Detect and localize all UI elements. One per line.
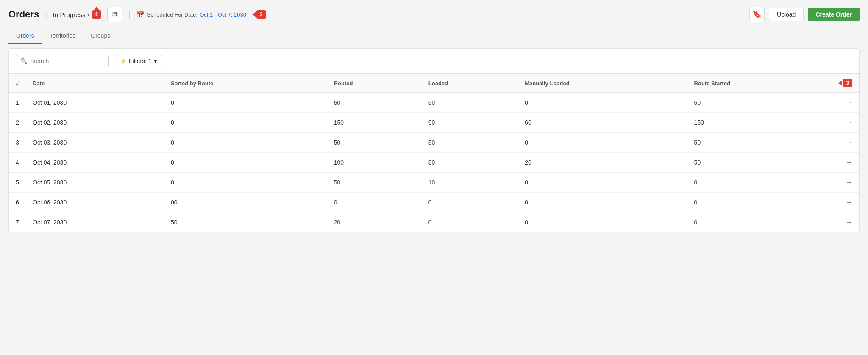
create-order-button[interactable]: Create Order xyxy=(808,8,860,21)
col-header-hash: # xyxy=(9,74,26,93)
cell-routed: 20 xyxy=(327,212,422,232)
row-navigate-button[interactable]: → xyxy=(832,153,859,173)
cell-num: 7 xyxy=(9,212,26,232)
annotation-badge-1: 1 xyxy=(92,10,102,19)
cell-sorted-by-route: 0 xyxy=(164,173,327,193)
header-divider-2: | xyxy=(128,10,131,19)
cell-manually-loaded: 0 xyxy=(518,133,687,153)
table-row: 4 Oct 04, 2030 0 100 80 20 50 → xyxy=(9,153,859,173)
cell-date: Oct 04, 2030 xyxy=(26,153,164,173)
status-section: In Progress ▾ 1 xyxy=(53,10,101,19)
annotation-2-arrow-icon xyxy=(252,12,256,17)
annotation-3-container: 3 xyxy=(838,79,852,87)
bookmark-icon: 🔖 xyxy=(752,10,762,19)
annotation-2-container: 2 xyxy=(252,10,266,19)
cell-num: 3 xyxy=(9,133,26,153)
header-left: Orders | In Progress ▾ 1 ⧉ | xyxy=(8,7,266,22)
cell-manually-loaded: 0 xyxy=(518,173,687,193)
row-navigate-button[interactable]: → xyxy=(832,173,859,193)
toolbar: 🔍 ⚡ Filters: 1 ▾ xyxy=(9,49,859,74)
annotation-badge-2: 2 xyxy=(256,10,266,19)
table-row: 6 Oct 06, 2030 00 0 0 0 0 → xyxy=(9,193,859,212)
cell-sorted-by-route: 50 xyxy=(164,212,327,232)
search-input[interactable] xyxy=(30,58,104,64)
row-navigate-button[interactable]: → xyxy=(832,133,859,153)
cell-manually-loaded: 0 xyxy=(518,212,687,232)
row-navigate-button[interactable]: → xyxy=(832,93,859,113)
col-header-route-started: Route Started xyxy=(687,74,832,93)
cell-num: 5 xyxy=(9,173,26,193)
tab-groups[interactable]: Groups xyxy=(83,28,118,44)
cell-routed: 150 xyxy=(327,113,422,133)
cell-routed: 50 xyxy=(327,93,422,113)
dropdown-arrow-icon: ▾ xyxy=(87,12,89,17)
annotation-badge-3: 3 xyxy=(843,79,852,87)
status-dropdown[interactable]: In Progress ▾ xyxy=(53,11,89,18)
row-navigate-button[interactable]: → xyxy=(832,113,859,133)
cell-manually-loaded: 20 xyxy=(518,153,687,173)
filter-button[interactable]: ⚡ Filters: 1 ▾ xyxy=(114,55,162,67)
cell-loaded: 50 xyxy=(422,133,518,153)
filter-label: Filters: 1 xyxy=(129,58,152,64)
cell-loaded: 90 xyxy=(422,113,518,133)
cell-date: Oct 05, 2030 xyxy=(26,173,164,193)
cell-loaded: 0 xyxy=(422,193,518,212)
cell-num: 2 xyxy=(9,113,26,133)
cell-manually-loaded: 0 xyxy=(518,93,687,113)
cell-route-started: 50 xyxy=(687,153,832,173)
cell-date: Oct 01, 2030 xyxy=(26,93,164,113)
table-row: 7 Oct 07, 2030 50 20 0 0 0 → xyxy=(9,212,859,232)
date-range-link[interactable]: Oct 1 - Oct 7, 2030 xyxy=(200,11,246,18)
table-row: 1 Oct 01, 2030 0 50 50 0 50 → xyxy=(9,93,859,113)
page-wrapper: Orders | In Progress ▾ 1 ⧉ | xyxy=(0,0,868,355)
copy-icon: ⧉ xyxy=(112,10,118,19)
col-header-date: Date xyxy=(26,74,164,93)
tab-orders[interactable]: Orders xyxy=(8,28,42,44)
cell-routed: 0 xyxy=(327,193,422,212)
header-right: 🔖 Upload Create Order xyxy=(749,7,860,22)
filter-dropdown-arrow-icon: ▾ xyxy=(154,58,157,64)
cell-date: Oct 07, 2030 xyxy=(26,212,164,232)
calendar-icon: 📅 xyxy=(136,11,145,19)
copy-icon-button[interactable]: ⧉ xyxy=(107,7,122,22)
tab-territories[interactable]: Territories xyxy=(42,28,83,44)
upload-button[interactable]: Upload xyxy=(769,8,804,21)
col-header-action: 3 xyxy=(832,74,859,93)
col-header-sorted-by-route: Sorted by Route xyxy=(164,74,327,93)
cell-manually-loaded: 60 xyxy=(518,113,687,133)
cell-route-started: 0 xyxy=(687,173,832,193)
cell-routed: 50 xyxy=(327,133,422,153)
annotation-1-container: 1 xyxy=(92,10,102,19)
cell-manually-loaded: 0 xyxy=(518,193,687,212)
row-navigate-button[interactable]: → xyxy=(832,193,859,212)
table-row: 3 Oct 03, 2030 0 50 50 0 50 → xyxy=(9,133,859,153)
cell-date: Oct 02, 2030 xyxy=(26,113,164,133)
table-row: 2 Oct 02, 2030 0 150 90 60 150 → xyxy=(9,113,859,133)
bookmark-icon-button[interactable]: 🔖 xyxy=(749,7,765,22)
row-navigate-button[interactable]: → xyxy=(832,212,859,232)
cell-num: 4 xyxy=(9,153,26,173)
cell-loaded: 50 xyxy=(422,93,518,113)
status-label: In Progress xyxy=(53,11,86,18)
annotation-3-arrow-icon xyxy=(838,81,842,86)
table-header-row: # Date Sorted by Route Routed Loaded Man… xyxy=(9,74,859,93)
cell-sorted-by-route: 0 xyxy=(164,153,327,173)
cell-route-started: 50 xyxy=(687,93,832,113)
cell-routed: 50 xyxy=(327,173,422,193)
cell-date: Oct 03, 2030 xyxy=(26,133,164,153)
cell-num: 1 xyxy=(9,93,26,113)
search-icon: 🔍 xyxy=(20,58,28,64)
cell-route-started: 50 xyxy=(687,133,832,153)
table-body: 1 Oct 01, 2030 0 50 50 0 50 → 2 Oct 02, … xyxy=(9,93,859,232)
header: Orders | In Progress ▾ 1 ⧉ | xyxy=(8,7,860,22)
page-title: Orders xyxy=(8,9,39,20)
col-header-manually-loaded: Manually Loaded xyxy=(518,74,687,93)
tabs: Orders Territories Groups xyxy=(8,28,860,44)
col-header-loaded: Loaded xyxy=(422,74,518,93)
cell-routed: 100 xyxy=(327,153,422,173)
annotation-1-arrow xyxy=(94,6,99,10)
table-row: 5 Oct 05, 2030 0 50 10 0 0 → xyxy=(9,173,859,193)
search-wrap: 🔍 xyxy=(16,55,109,67)
col-header-routed: Routed xyxy=(327,74,422,93)
cell-loaded: 0 xyxy=(422,212,518,232)
